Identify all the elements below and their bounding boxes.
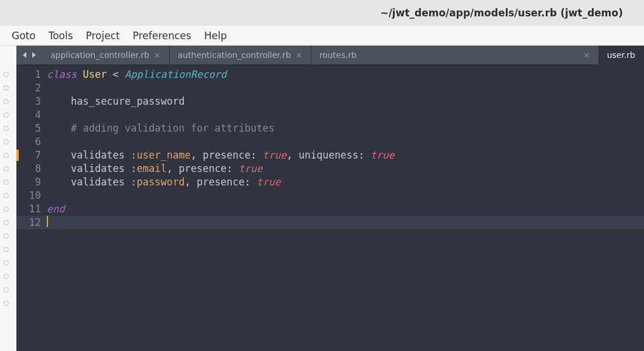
code-line[interactable]: end bbox=[47, 202, 644, 216]
token-id: : bbox=[251, 149, 262, 161]
code-line[interactable] bbox=[47, 216, 644, 229]
fold-marker-icon[interactable] bbox=[4, 260, 9, 266]
code-line[interactable]: validates :email, presence: true bbox=[47, 162, 644, 176]
menu-tools[interactable]: Tools bbox=[49, 30, 73, 42]
token-id: validates bbox=[71, 176, 131, 188]
tab-routes-rb[interactable]: routes.rb× bbox=[311, 46, 599, 64]
fold-marker-icon[interactable] bbox=[4, 112, 9, 118]
tabbar: application_controller.rb×authentication… bbox=[16, 46, 644, 64]
tab-label: authentication_controller.rb bbox=[178, 50, 291, 60]
token-id: : bbox=[227, 163, 238, 174]
code-editor[interactable]: 123456789101112 class User < Application… bbox=[16, 64, 644, 351]
line-number[interactable]: 5 bbox=[16, 122, 47, 135]
token-id: : bbox=[245, 176, 256, 188]
workspace: GotoToolsProjectPreferencesHelp applicat… bbox=[0, 26, 644, 351]
line-number[interactable]: 4 bbox=[16, 108, 47, 122]
tab-application_controller-rb[interactable]: application_controller.rb× bbox=[42, 46, 170, 64]
token-id bbox=[47, 149, 71, 161]
menu-goto[interactable]: Goto bbox=[12, 30, 36, 42]
token-id bbox=[47, 95, 71, 107]
fold-marker-icon[interactable] bbox=[4, 287, 9, 292]
close-icon[interactable]: × bbox=[154, 50, 161, 60]
tab-nav-arrows[interactable] bbox=[16, 46, 42, 64]
fold-marker-icon[interactable] bbox=[4, 85, 9, 91]
token-id: has_secure_password bbox=[71, 95, 184, 107]
token-kw: end bbox=[47, 203, 65, 215]
code-line[interactable] bbox=[47, 81, 644, 95]
menubar: GotoToolsProjectPreferencesHelp bbox=[0, 26, 644, 46]
fold-marker-icon[interactable] bbox=[4, 99, 9, 104]
token-sym: :password bbox=[131, 176, 184, 188]
fold-marker-icon[interactable] bbox=[4, 153, 9, 158]
fold-marker-icon[interactable] bbox=[4, 220, 9, 225]
fold-marker-icon[interactable] bbox=[4, 233, 9, 239]
code-line[interactable] bbox=[47, 108, 644, 122]
token-id: , bbox=[286, 149, 298, 161]
line-number[interactable]: 8 bbox=[16, 162, 47, 176]
token-id bbox=[47, 163, 71, 174]
fold-marker-icon[interactable] bbox=[4, 274, 9, 279]
fold-marker-icon[interactable] bbox=[4, 247, 9, 252]
fold-marker-icon[interactable] bbox=[4, 207, 9, 212]
token-id: validates bbox=[71, 163, 131, 174]
code-line[interactable]: class User < ApplicationRecord bbox=[47, 68, 644, 81]
token-arg: presence bbox=[203, 149, 251, 161]
token-kw: class bbox=[47, 68, 83, 80]
close-icon[interactable]: × bbox=[583, 50, 590, 60]
token-arg: presence bbox=[179, 163, 227, 174]
token-id: < bbox=[107, 68, 125, 80]
fold-marker-icon[interactable] bbox=[4, 301, 9, 306]
window-titlebar: ~/jwt_demo/app/models/user.rb (jwt_demo) bbox=[0, 0, 644, 26]
line-number[interactable]: 7 bbox=[16, 149, 47, 162]
token-id: , bbox=[184, 176, 196, 188]
menu-preferences[interactable]: Preferences bbox=[133, 30, 191, 42]
line-number[interactable]: 11 bbox=[16, 202, 47, 216]
token-cmt: # adding validation for attributes bbox=[71, 122, 275, 134]
token-type: ApplicationRecord bbox=[125, 68, 227, 80]
text-cursor bbox=[47, 216, 48, 227]
token-arg: presence bbox=[197, 176, 245, 188]
fold-marker-icon[interactable] bbox=[4, 166, 9, 171]
token-lit: true bbox=[371, 149, 395, 161]
fold-marker-icon[interactable] bbox=[4, 139, 9, 144]
token-id bbox=[47, 176, 71, 188]
line-number[interactable]: 1 bbox=[16, 68, 47, 81]
triangle-right-icon bbox=[30, 52, 36, 58]
fold-gutter bbox=[0, 46, 16, 310]
tab-user-rb[interactable]: user.rb bbox=[599, 46, 644, 64]
line-number[interactable]: 10 bbox=[16, 189, 47, 202]
menu-project[interactable]: Project bbox=[86, 30, 120, 42]
tab-label: routes.rb bbox=[320, 50, 357, 60]
editor-wrap: application_controller.rb×authentication… bbox=[0, 46, 644, 351]
token-id: validates bbox=[71, 149, 131, 161]
token-lit: true bbox=[263, 149, 287, 161]
code-line[interactable] bbox=[47, 189, 644, 202]
token-id bbox=[47, 122, 71, 134]
token-cls: User bbox=[83, 68, 107, 80]
code-line[interactable] bbox=[47, 135, 644, 149]
code-line[interactable]: has_secure_password bbox=[47, 95, 644, 108]
token-lit: true bbox=[239, 163, 263, 174]
line-number[interactable]: 12 bbox=[16, 216, 47, 229]
line-number[interactable]: 6 bbox=[16, 135, 47, 149]
code-line[interactable]: # adding validation for attributes bbox=[47, 122, 644, 135]
tab-authentication_controller-rb[interactable]: authentication_controller.rb× bbox=[170, 46, 311, 64]
fold-marker-icon[interactable] bbox=[4, 193, 9, 198]
line-number-gutter: 123456789101112 bbox=[16, 64, 47, 351]
code-area[interactable]: class User < ApplicationRecord has_secur… bbox=[47, 64, 644, 351]
tab-label: user.rb bbox=[607, 50, 635, 60]
code-line[interactable]: validates :password, presence: true bbox=[47, 176, 644, 189]
code-line[interactable]: validates :user_name, presence: true, un… bbox=[47, 149, 644, 162]
line-number[interactable]: 3 bbox=[16, 95, 47, 108]
window-title: ~/jwt_demo/app/models/user.rb (jwt_demo) bbox=[380, 7, 623, 19]
menu-help[interactable]: Help bbox=[204, 30, 227, 42]
close-icon[interactable]: × bbox=[296, 50, 303, 60]
fold-marker-icon[interactable] bbox=[4, 180, 9, 185]
token-id: : bbox=[358, 149, 370, 161]
token-id: , bbox=[167, 163, 179, 174]
token-id: , bbox=[191, 149, 203, 161]
fold-marker-icon[interactable] bbox=[4, 72, 9, 77]
line-number[interactable]: 2 bbox=[16, 81, 47, 95]
line-number[interactable]: 9 bbox=[16, 176, 47, 189]
fold-marker-icon[interactable] bbox=[4, 126, 9, 131]
